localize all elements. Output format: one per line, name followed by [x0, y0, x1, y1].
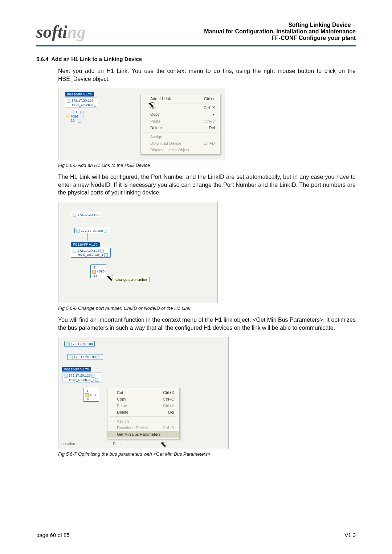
screenshot-1: FG110-FF V1.70 172.17.20.126 HSE_DEVICE_…	[58, 88, 225, 160]
paragraph-1: Next you add an H1 Link. You use the con…	[58, 67, 356, 83]
lock-icon	[66, 115, 69, 118]
page-footer: page 60 of 85 V1.3	[36, 532, 356, 538]
device-version-badge: FG110-FF V1.70	[65, 92, 94, 97]
header-rule	[36, 45, 356, 46]
menu-item-copy[interactable]: CopyCtrl+C	[107, 396, 179, 402]
menu-item-delete[interactable]: DeleteDel	[141, 124, 220, 131]
section-heading: 5.6.4 Add an H1 Link to a Linking Device	[36, 56, 356, 62]
tree-node-hse-device[interactable]: 172.17.20.126 HSE_DEVICE_	[65, 98, 97, 107]
lock-icon	[85, 393, 89, 397]
tooltip-change-port: Change port number	[113, 277, 150, 282]
logo: softing	[36, 22, 86, 42]
tree-node-sub[interactable]: 172.17.20.100	[67, 354, 103, 360]
device-version-badge: FG110-FF V1.70	[71, 242, 100, 247]
menu-item-get-min-bus-params[interactable]: Get Min Bus Parameters	[107, 431, 179, 438]
tree-node-hse-device[interactable]: 172.17.20.126 HSE_DEVICE_1	[71, 248, 111, 258]
menu-item-delete[interactable]: DeleteDel	[107, 409, 179, 415]
figure-caption-3: Fig 5.6-7 Optimizing the bus parameters …	[58, 451, 356, 457]
tree-node-h1link[interactable]: 1 4096 16	[90, 264, 106, 278]
cursor-icon	[161, 439, 169, 447]
menu-item-display-livelist: Display Livelist Object	[141, 147, 220, 153]
tree-node-h1link[interactable]: 1 4096 16	[83, 388, 99, 402]
screenshot-2: 172.17.20.100 172.17.20.100 FG110-FF V1.…	[58, 202, 218, 303]
paragraph-2: The H1 Link will be configured, the Port…	[58, 173, 356, 197]
figure-caption-1: Fig 5.6-5 Add an H1 Link to the HSE Devi…	[58, 163, 356, 168]
screenshot-3: 172.17.20.100 172.17.20.100 FG110-FF V1.…	[58, 337, 229, 449]
lock-icon	[92, 270, 96, 274]
tree-node-hse-device[interactable]: 172.17.20.126 HSE_DEVICE_1	[62, 373, 102, 382]
paragraph-3: You will find an important function in t…	[58, 316, 356, 332]
menu-item-copy[interactable]: Copy▸	[141, 111, 220, 118]
header: softing Softing Linking Device – Manual …	[36, 22, 356, 42]
page-number: page 60 of 85	[36, 532, 70, 538]
tree-node-root[interactable]: 172.17.20.100	[71, 212, 101, 217]
doc-version: V1.3	[344, 532, 356, 538]
menu-item-download-device: Download DeviceCtrl+D	[141, 140, 220, 147]
column-header-date: Date	[113, 442, 121, 446]
column-header-location: Location	[61, 442, 75, 446]
menu-item-assign: Assign	[141, 134, 220, 140]
menu-item-paste: PasteCtrl+V	[107, 402, 179, 409]
figure-caption-2: Fig 5.6-6 Change port number, LinkID or …	[58, 305, 356, 311]
header-text: Softing Linking Device – Manual for Conf…	[204, 22, 356, 41]
menu-item-paste: PasteCtrl+V	[141, 118, 220, 124]
tree-node-sub[interactable]: 172.17.20.100	[74, 228, 110, 233]
page: softing Softing Linking Device – Manual …	[0, 0, 392, 554]
menu-item-assign: Assign	[107, 418, 179, 424]
menu-item-cut[interactable]: CutCtrl+X	[107, 389, 179, 396]
menu-item-download-device: Download DeviceCtrl+D	[107, 424, 179, 431]
content: 5.6.4 Add an H1 Link to a Linking Device…	[36, 56, 356, 457]
device-version-badge: FG110-FF V1.70	[62, 367, 91, 372]
context-menu-h1link: CutCtrl+X CopyCtrl+C PasteCtrl+V DeleteD…	[107, 388, 180, 439]
tree-node-root[interactable]: 172.17.20.100	[64, 341, 95, 346]
